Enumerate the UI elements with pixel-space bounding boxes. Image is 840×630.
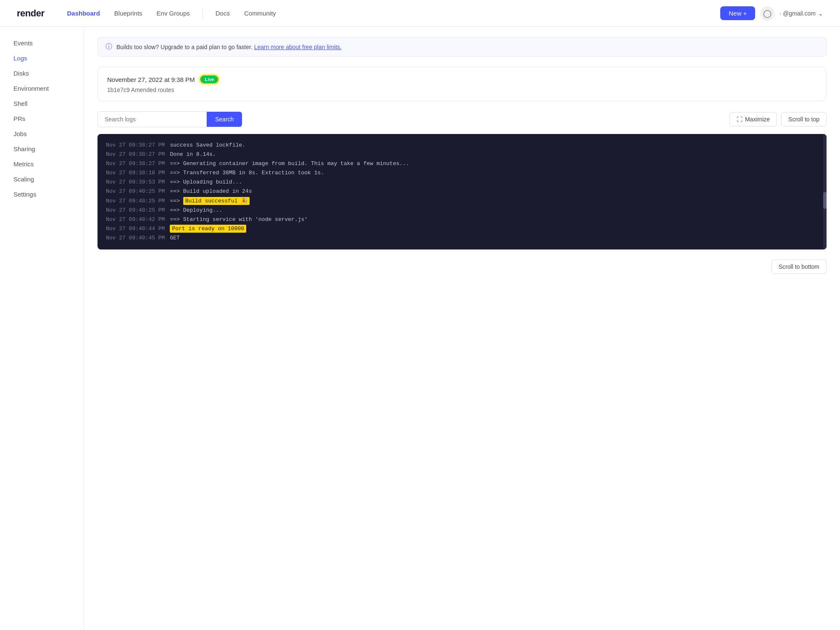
- sidebar-item-disks[interactable]: Disks: [3, 66, 80, 81]
- log-line: Nov 27 09:40:42 PM ==> Starting service …: [106, 215, 818, 224]
- scrollbar-thumb[interactable]: [823, 192, 827, 209]
- sidebar-item-metrics[interactable]: Metrics: [3, 157, 80, 171]
- new-button[interactable]: New +: [720, 6, 755, 20]
- search-bar: Search ⛶ Maximize Scroll to top: [97, 111, 827, 127]
- log-timestamp: Nov 27 09:40:25 PM: [106, 197, 165, 206]
- log-message: ==> Starting service with 'node server.j…: [170, 215, 308, 224]
- log-timestamp: Nov 27 09:40:25 PM: [106, 206, 165, 215]
- nav-docs[interactable]: Docs: [210, 7, 236, 19]
- log-line: Nov 27 09:38:27 PM success Saved lockfil…: [106, 141, 818, 150]
- log-message: Done in 8.14s.: [170, 150, 216, 159]
- notice-banner: ⓘ Builds too slow? Upgrade to a paid pla…: [97, 37, 827, 57]
- log-message: ==> Uploading build...: [170, 178, 242, 187]
- log-timestamp: Nov 27 09:38:18 PM: [106, 168, 165, 178]
- nav-env-groups[interactable]: Env Groups: [151, 7, 196, 19]
- log-line: Nov 27 09:38:27 PM Done in 8.14s.: [106, 150, 818, 159]
- app-logo: render: [17, 8, 44, 19]
- log-timestamp: Nov 27 09:39:53 PM: [106, 178, 165, 187]
- nav-dashboard[interactable]: Dashboard: [61, 7, 105, 19]
- log-message: ==> Build uploaded in 24s: [170, 187, 252, 196]
- main-content: ⓘ Builds too slow? Upgrade to a paid pla…: [84, 27, 840, 630]
- sidebar-item-environment[interactable]: Environment: [3, 81, 80, 96]
- log-timestamp: Nov 27 09:38:27 PM: [106, 141, 165, 150]
- log-actions: ⛶ Maximize Scroll to top: [729, 112, 827, 126]
- log-message: Port is ready on 10000: [170, 224, 246, 234]
- user-menu[interactable]: · @gmail.com ⌄: [779, 10, 823, 17]
- deploy-timestamp: November 27, 2022 at 9:38 PM: [107, 76, 195, 83]
- highlight-port-ready: Port is ready on 10000: [170, 225, 246, 233]
- log-timestamp: Nov 27 09:38:27 PM: [106, 150, 165, 159]
- sidebar: Events Logs Disks Environment Shell PRs …: [0, 27, 84, 630]
- main-layout: Events Logs Disks Environment Shell PRs …: [0, 27, 840, 630]
- sidebar-item-scaling[interactable]: Scaling: [3, 172, 80, 186]
- user-email: · @gmail.com: [779, 10, 816, 17]
- sidebar-item-settings[interactable]: Settings: [3, 187, 80, 202]
- nav-right: New + ◯ · @gmail.com ⌄: [720, 6, 823, 21]
- sidebar-item-prs[interactable]: PRs: [3, 111, 80, 126]
- sidebar-item-logs[interactable]: Logs: [3, 51, 80, 66]
- search-button[interactable]: Search: [207, 112, 242, 127]
- sidebar-item-jobs[interactable]: Jobs: [3, 126, 80, 141]
- deploy-header: November 27, 2022 at 9:38 PM Live: [107, 75, 817, 84]
- notice-text: Builds too slow? Upgrade to a paid plan …: [116, 44, 342, 50]
- log-message: ==> Transferred 38MB in 8s. Extraction t…: [170, 168, 324, 178]
- search-logs-input[interactable]: [97, 111, 207, 127]
- log-line: Nov 27 09:40:25 PM ==> Build uploaded in…: [106, 187, 818, 196]
- log-timestamp: Nov 27 09:38:27 PM: [106, 159, 165, 168]
- nav-blueprints[interactable]: Blueprints: [108, 7, 148, 19]
- log-terminal: Nov 27 09:38:27 PM success Saved lockfil…: [97, 134, 827, 249]
- log-line: Nov 27 09:40:25 PM ==> Build successful …: [106, 197, 818, 206]
- sidebar-item-shell[interactable]: Shell: [3, 96, 80, 111]
- log-timestamp: Nov 27 09:40:42 PM: [106, 215, 165, 224]
- log-line: Nov 27 09:40:45 PM GET: [106, 234, 818, 243]
- log-message: ==> Generating container image from buil…: [170, 159, 409, 168]
- top-navigation: render Dashboard Blueprints Env Groups D…: [0, 0, 840, 27]
- log-message: ==> Deploying...: [170, 206, 222, 215]
- live-badge: Live: [200, 75, 219, 84]
- log-message: success Saved lockfile.: [170, 141, 245, 150]
- sidebar-item-sharing[interactable]: Sharing: [3, 142, 80, 156]
- maximize-button[interactable]: ⛶ Maximize: [729, 112, 777, 126]
- deploy-commit: 1b1e7c9 Amended routes: [107, 87, 817, 93]
- maximize-icon: ⛶: [737, 116, 743, 123]
- log-message: ==> Build successful 🎉: [170, 197, 250, 206]
- log-line: Nov 27 09:38:18 PM ==> Transferred 38MB …: [106, 168, 818, 178]
- user-icon[interactable]: ◯: [760, 6, 774, 21]
- log-timestamp: Nov 27 09:40:45 PM: [106, 234, 165, 243]
- log-line: Nov 27 09:40:25 PM ==> Deploying...: [106, 206, 818, 215]
- log-line: Nov 27 09:38:27 PM ==> Generating contai…: [106, 159, 818, 168]
- nav-community[interactable]: Community: [238, 7, 282, 19]
- highlight-build-successful: Build successful 🎉: [183, 197, 250, 205]
- scrollbar[interactable]: [823, 134, 827, 249]
- sidebar-item-events[interactable]: Events: [3, 36, 80, 50]
- log-message: GET: [170, 234, 179, 243]
- maximize-label: Maximize: [745, 116, 770, 123]
- scroll-bottom-button[interactable]: Scroll to bottom: [772, 260, 827, 274]
- notice-link[interactable]: Learn more about free plan limits.: [254, 44, 342, 50]
- log-timestamp: Nov 27 09:40:44 PM: [106, 224, 165, 234]
- log-line: Nov 27 09:40:44 PM Port is ready on 1000…: [106, 224, 818, 234]
- nav-links: Dashboard Blueprints Env Groups Docs Com…: [61, 7, 720, 19]
- chevron-down-icon: ⌄: [818, 10, 823, 17]
- log-timestamp: Nov 27 09:40:25 PM: [106, 187, 165, 196]
- scroll-top-button[interactable]: Scroll to top: [781, 112, 827, 126]
- nav-divider: [203, 9, 203, 18]
- info-icon: ⓘ: [105, 42, 112, 51]
- deploy-card: November 27, 2022 at 9:38 PM Live 1b1e7c…: [97, 67, 827, 101]
- log-line: Nov 27 09:39:53 PM ==> Uploading build..…: [106, 178, 818, 187]
